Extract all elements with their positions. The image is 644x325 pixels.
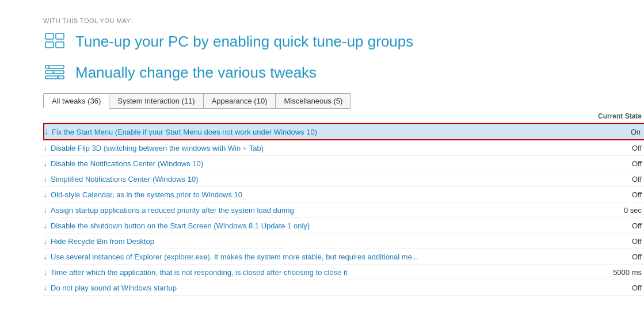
table-row[interactable]: ↓Old-style Calendar, as in the systems p… bbox=[43, 187, 644, 202]
row-arrow-icon: ↓ bbox=[43, 252, 47, 261]
svg-rect-0 bbox=[45, 33, 54, 39]
row-arrow-icon: ↓ bbox=[43, 267, 47, 277]
section1-title: Tune-up your PC by enabling quick tune-u… bbox=[75, 33, 413, 51]
row-label: Hide Recycle Bin from Desktop bbox=[51, 237, 573, 246]
row-arrow-icon: ↓ bbox=[43, 190, 47, 199]
row-value: Off bbox=[573, 144, 642, 152]
svg-rect-3 bbox=[56, 42, 64, 48]
section1-header: Tune-up your PC by enabling quick tune-u… bbox=[43, 30, 644, 53]
tab-miscellaneous[interactable]: Miscellaneous (5) bbox=[275, 93, 351, 109]
table-row[interactable]: ↓Do not play sound at Windows startupOff bbox=[43, 280, 644, 296]
row-value: Off bbox=[573, 190, 642, 199]
section2-title: Manually change the various tweaks bbox=[75, 64, 317, 82]
row-value: Off bbox=[573, 284, 642, 292]
table-body: ↓Fix the Start Menu (Enable if your Star… bbox=[43, 123, 644, 296]
svg-rect-9 bbox=[57, 77, 59, 78]
row-label: Assign startup applications a reduced pr… bbox=[51, 206, 573, 215]
row-label: Old-style Calendar, as in the systems pr… bbox=[51, 190, 573, 199]
row-label: Disable Flip 3D (switching between the w… bbox=[51, 144, 573, 152]
row-arrow-icon: ↓ bbox=[44, 127, 48, 136]
table-row[interactable]: ↓Disable the shutdown button on the Star… bbox=[43, 218, 644, 234]
table-row[interactable]: ↓Simplified Notifications Center (Window… bbox=[43, 171, 644, 187]
tab-appearance[interactable]: Appearance (10) bbox=[203, 93, 276, 109]
row-label: Do not play sound at Windows startup bbox=[51, 284, 573, 292]
tabs-container: All tweaks (36) System Interaction (11) … bbox=[43, 93, 644, 109]
row-label: Fix the Start Menu (Enable if your Start… bbox=[52, 128, 571, 136]
row-value: On bbox=[571, 128, 641, 136]
tune-up-icon bbox=[43, 30, 66, 53]
row-label: Disable the shutdown button on the Start… bbox=[51, 221, 573, 230]
table-row[interactable]: ↓Time after which the application, that … bbox=[43, 265, 644, 280]
row-label: Simplified Notifications Center (Windows… bbox=[51, 175, 573, 183]
table-row[interactable]: ↓Assign startup applications a reduced p… bbox=[43, 202, 644, 218]
row-value: 5000 ms bbox=[573, 268, 642, 277]
table-row[interactable]: ↓Use several instances of Explorer (expl… bbox=[43, 249, 644, 265]
with-tool-label: WITH THIS TOOL YOU MAY: bbox=[43, 17, 644, 24]
current-state-header: Current State bbox=[573, 112, 642, 120]
row-value: Off bbox=[573, 253, 642, 261]
svg-rect-8 bbox=[52, 72, 55, 73]
row-arrow-icon: ↓ bbox=[43, 283, 47, 292]
row-arrow-icon: ↓ bbox=[43, 174, 47, 183]
table-row[interactable]: ↓Disable the Notifications Center (Windo… bbox=[43, 156, 644, 171]
row-arrow-icon: ↓ bbox=[43, 236, 47, 246]
table-header: Current State bbox=[43, 110, 644, 123]
tab-all-tweaks[interactable]: All tweaks (36) bbox=[43, 93, 109, 109]
table-row[interactable]: ↓Fix the Start Menu (Enable if your Star… bbox=[43, 123, 644, 140]
section2-header: Manually change the various tweaks bbox=[43, 61, 644, 84]
svg-rect-2 bbox=[45, 42, 54, 48]
table-row[interactable]: ↓Hide Recycle Bin from DesktopOff bbox=[43, 234, 644, 249]
table-row[interactable]: ↓Disable Flip 3D (switching between the … bbox=[43, 140, 644, 156]
row-value: Off bbox=[573, 237, 642, 246]
row-arrow-icon: ↓ bbox=[43, 221, 47, 230]
svg-rect-1 bbox=[56, 33, 64, 39]
row-label: Time after which the application, that i… bbox=[51, 268, 573, 277]
row-value: Off bbox=[573, 175, 642, 183]
row-value: Off bbox=[573, 159, 642, 168]
tweaks-table: Current State ↓Fix the Start Menu (Enabl… bbox=[43, 110, 644, 296]
row-label: Use several instances of Explorer (explo… bbox=[51, 253, 573, 261]
svg-rect-6 bbox=[45, 76, 64, 79]
row-value: Off bbox=[573, 221, 642, 230]
page-container: WITH THIS TOOL YOU MAY: Tune-up your PC … bbox=[0, 0, 644, 296]
row-label: Disable the Notifications Center (Window… bbox=[51, 159, 573, 168]
manual-tweak-icon bbox=[43, 61, 66, 84]
row-arrow-icon: ↓ bbox=[43, 159, 47, 168]
tab-system-interaction[interactable]: System Interaction (11) bbox=[109, 93, 203, 109]
row-arrow-icon: ↓ bbox=[43, 205, 47, 215]
row-value: 0 sec bbox=[573, 206, 642, 215]
row-arrow-icon: ↓ bbox=[43, 143, 47, 152]
svg-rect-7 bbox=[48, 67, 50, 68]
